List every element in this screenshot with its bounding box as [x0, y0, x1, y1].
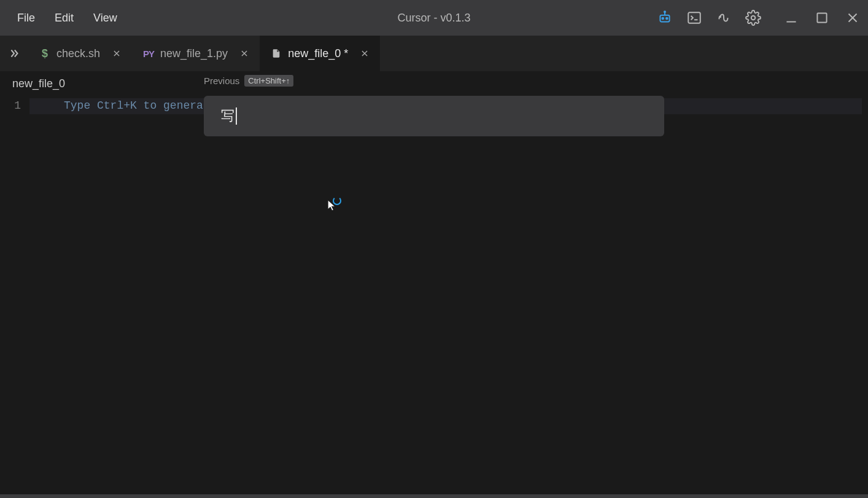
window-controls — [783, 10, 861, 26]
tab-label: check.sh — [56, 47, 100, 60]
breadcrumb-path[interactable]: new_file_0 — [12, 77, 65, 90]
maximize-button[interactable] — [814, 10, 830, 26]
ai-robot-icon[interactable] — [657, 10, 673, 26]
menu-file[interactable]: File — [7, 8, 45, 28]
ai-command-palette[interactable]: 写 — [204, 96, 664, 136]
breadcrumb: new_file_0 Previous Ctrl+Shift+↑ — [0, 71, 868, 96]
expand-tabs-icon[interactable] — [0, 36, 28, 71]
wave-icon[interactable] — [716, 10, 732, 26]
svg-point-7 — [751, 16, 756, 20]
shortcut-badge: Ctrl+Shift+↑ — [244, 75, 293, 87]
status-bar — [0, 494, 868, 498]
line-number: 1 — [0, 99, 21, 112]
tab-label: new_file_1.py — [160, 47, 228, 60]
previous-label: Previous — [204, 76, 239, 86]
close-icon[interactable] — [110, 47, 123, 60]
shell-file-icon: $ — [39, 48, 50, 59]
generic-file-icon — [271, 48, 282, 59]
line-gutter: 1 — [0, 96, 29, 112]
tab-label: new_file_0 * — [288, 47, 348, 60]
python-file-icon: PY — [143, 48, 154, 59]
editor-placeholder-text: Type Ctrl+K to generat — [64, 99, 210, 112]
minimize-button[interactable] — [783, 10, 799, 26]
titlebar: File Edit View Cursor - v0.1.3 — [0, 0, 868, 36]
menu-view[interactable]: View — [83, 8, 127, 28]
svg-rect-5 — [688, 12, 700, 23]
svg-point-2 — [666, 18, 668, 20]
main-menu: File Edit View — [7, 8, 127, 28]
menu-edit[interactable]: Edit — [45, 8, 83, 28]
close-icon[interactable] — [238, 47, 251, 60]
close-icon[interactable] — [358, 47, 371, 60]
tab-new-file-1-py[interactable]: PY new_file_1.py — [132, 36, 260, 71]
svg-rect-9 — [817, 13, 826, 22]
gear-icon[interactable] — [745, 10, 761, 26]
editor-area[interactable]: 1 Type Ctrl+K to generat — [0, 96, 868, 498]
close-button[interactable] — [845, 10, 861, 26]
tab-check-sh[interactable]: $ check.sh — [28, 36, 132, 71]
previous-hint: Previous Ctrl+Shift+↑ — [204, 75, 293, 87]
svg-point-1 — [662, 18, 664, 20]
app-title: Cursor - v0.1.3 — [397, 12, 470, 25]
tab-bar: $ check.sh PY new_file_1.py new_file_0 * — [0, 36, 868, 71]
titlebar-actions — [657, 10, 861, 26]
tab-new-file-0[interactable]: new_file_0 * — [260, 36, 380, 71]
svg-point-4 — [664, 11, 665, 12]
terminal-icon[interactable] — [686, 10, 702, 26]
